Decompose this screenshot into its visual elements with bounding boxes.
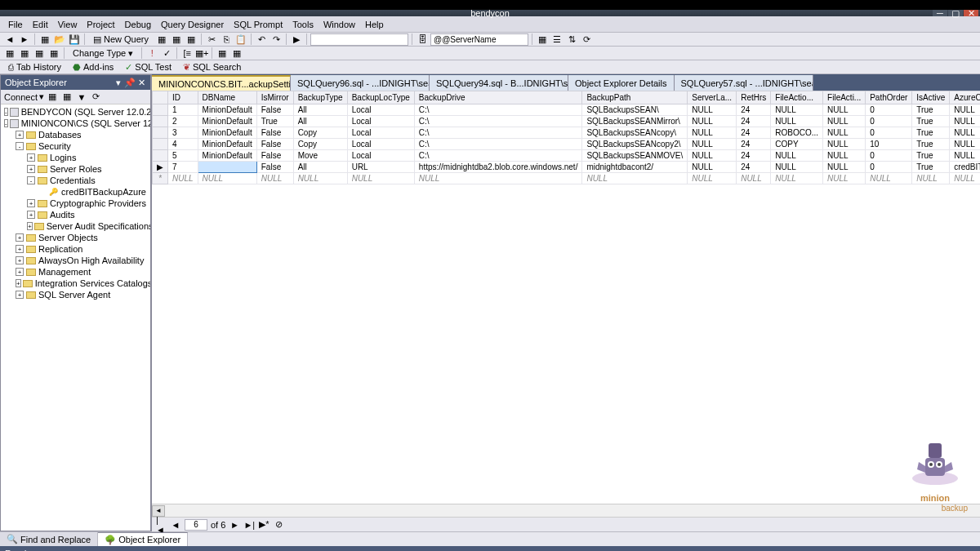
column-header[interactable]: FileActio... — [771, 91, 823, 104]
grid-cell[interactable]: C:\ — [414, 150, 582, 162]
oe-filter-icon[interactable]: ▼ — [75, 91, 88, 103]
column-header[interactable]: IsMirror — [256, 91, 293, 104]
grid-cell[interactable]: Move — [293, 150, 347, 162]
grid-cell[interactable]: 24 — [737, 116, 771, 127]
document-tab[interactable]: SQLQuery96.sql - ...IDNIGHT\sean (55))* — [291, 75, 430, 91]
row-selector[interactable] — [153, 104, 168, 116]
nav-new-icon[interactable]: ▶* — [258, 519, 270, 531]
menu-tools[interactable]: Tools — [287, 18, 318, 31]
tree-node[interactable]: +Server Audit Specifications — [1, 220, 150, 232]
grid-cell[interactable]: All — [293, 116, 347, 127]
grid-cell[interactable]: 24 — [737, 127, 771, 139]
grid-cell[interactable]: 10 — [866, 139, 912, 150]
collapse-icon[interactable]: - — [27, 176, 35, 184]
column-header[interactable]: ServerLa... — [688, 91, 737, 104]
column-header[interactable]: DBName — [198, 91, 256, 104]
cut-icon[interactable]: ✂ — [205, 33, 218, 46]
new-project-icon[interactable]: ▦ — [38, 33, 51, 46]
document-tab[interactable]: MINIONCON\CS.BIT...ackupSettingsPath✕ — [152, 75, 291, 91]
grid-cell[interactable]: 5 — [168, 150, 198, 162]
expand-icon[interactable]: + — [16, 131, 24, 139]
oe-refresh-icon[interactable]: ⟳ — [90, 91, 103, 103]
new-query-button[interactable]: ▤ New Query — [88, 33, 154, 46]
horizontal-scrollbar[interactable]: ◄ ► — [152, 504, 980, 517]
grid-cell[interactable]: 2 — [168, 116, 198, 127]
grid-cell[interactable]: 3 — [168, 127, 198, 139]
grid-cell[interactable]: NULL — [950, 104, 980, 116]
grid-cell[interactable]: 1 — [168, 104, 198, 116]
paste-icon[interactable]: 📋 — [234, 33, 247, 46]
grid-cell[interactable]: 24 — [737, 150, 771, 162]
grid-cell[interactable]: NULL — [293, 173, 347, 184]
tree-node[interactable]: +Integration Services Catalogs — [1, 278, 150, 289]
menu-view[interactable]: View — [53, 18, 82, 31]
db-select-icon[interactable]: 🗄 — [416, 33, 429, 46]
results-grid-container[interactable]: IDDBNameIsMirrorBackupTypeBackupLocTypeB… — [152, 91, 980, 504]
grid-cell[interactable]: credBITBackupAzure — [950, 162, 980, 173]
grid-cell[interactable]: 24 — [737, 162, 771, 173]
menu-sql-prompt[interactable]: SQL Prompt — [229, 18, 287, 31]
bottom-tab-object-explorer[interactable]: 🌳Object Explorer — [98, 532, 188, 546]
grid-cell[interactable]: NULL — [950, 127, 980, 139]
change-type-button[interactable]: Change Type ▾ — [68, 47, 138, 60]
sql-icon[interactable]: ▦ — [3, 47, 16, 60]
tree-node[interactable]: -MINIONCON\CS (SQL Server 12.0.2000 - MI… — [1, 118, 150, 129]
row-selector[interactable] — [153, 150, 168, 162]
grid-cell[interactable]: Local — [347, 139, 414, 150]
sql-search-button[interactable]: ❦ SQL Search — [178, 61, 247, 73]
play-icon[interactable]: ▶ — [290, 33, 303, 46]
grid-cell[interactable]: 0 — [866, 162, 912, 173]
grid-cell[interactable]: https://midnightdba2.blob.core.windows.n… — [414, 162, 582, 173]
grid-cell[interactable]: NULL — [688, 162, 737, 173]
grid-icon[interactable]: ▦ — [536, 33, 549, 46]
menu-edit[interactable]: Edit — [28, 18, 53, 31]
grid-cell[interactable]: NULL — [866, 173, 912, 184]
expand-icon[interactable]: + — [16, 268, 24, 276]
grid-cell[interactable]: 24 — [737, 139, 771, 150]
column-header[interactable]: BackupPath — [582, 91, 688, 104]
grid-cell[interactable]: C:\ — [414, 104, 582, 116]
grid-cell[interactable]: All — [293, 162, 347, 173]
grid-cell[interactable]: NULL — [168, 173, 198, 184]
panel-close-icon[interactable]: ✕ — [136, 78, 146, 87]
column-header[interactable]: RetHrs — [737, 91, 771, 104]
grid-cell[interactable]: C:\ — [414, 127, 582, 139]
table-row[interactable]: ▶7FalseAllURLhttps://midnightdba2.blob.c… — [153, 162, 981, 173]
refresh-icon[interactable]: ⟳ — [580, 33, 593, 46]
grid-cell[interactable]: 0 — [866, 127, 912, 139]
tree-node[interactable]: +Replication — [1, 243, 150, 255]
grid-cell[interactable]: SQLBackupsSEANcopy2\ — [582, 139, 688, 150]
grid-cell[interactable]: True — [912, 150, 950, 162]
save-icon[interactable]: 💾 — [68, 33, 81, 46]
tree-node[interactable]: +SQL Server Agent — [1, 289, 150, 300]
results-icon[interactable]: ▦ — [47, 47, 60, 60]
expand-icon[interactable]: + — [27, 165, 35, 173]
grid-cell[interactable]: NULL — [688, 150, 737, 162]
grid-cell[interactable]: NULL — [950, 173, 980, 184]
results-grid[interactable]: IDDBNameIsMirrorBackupTypeBackupLocTypeB… — [152, 91, 980, 184]
forward-button[interactable]: ► — [18, 33, 31, 46]
execute-icon[interactable]: ! — [145, 47, 158, 60]
collapse-icon[interactable]: - — [4, 119, 8, 127]
grid-cell[interactable]: SQLBackupsSEANcopy\ — [582, 127, 688, 139]
grid-cell[interactable]: True — [256, 116, 293, 127]
tree-node[interactable]: +Audits — [1, 209, 150, 220]
grid-cell[interactable]: NULL — [688, 173, 737, 184]
db3-icon[interactable]: ▦ — [185, 33, 198, 46]
table-row[interactable]: 4MinionDefaultFalseCopyLocalC:\SQLBackup… — [153, 139, 981, 150]
tree-node[interactable]: -BENDYCON (SQL Server 12.0.2000 - MIDNIG… — [1, 106, 150, 118]
grid-cell[interactable]: NULL — [771, 150, 823, 162]
grid-cell[interactable]: NULL — [688, 139, 737, 150]
column-header[interactable]: BackupLocType — [347, 91, 414, 104]
column-header[interactable]: FileActi... — [823, 91, 866, 104]
nav-current-input[interactable] — [185, 519, 207, 531]
grid-cell[interactable]: 0 — [866, 104, 912, 116]
oe-stop-icon[interactable]: ▦ — [60, 91, 74, 103]
expand-icon[interactable]: + — [16, 256, 24, 264]
nav-next-icon[interactable]: ► — [229, 519, 240, 531]
grid-cell[interactable]: NULL — [688, 127, 737, 139]
expand-icon[interactable]: + — [27, 222, 33, 230]
menu-file[interactable]: File — [3, 18, 28, 31]
grid-cell[interactable]: False — [256, 162, 293, 173]
grid-cell[interactable]: ROBOCO... — [771, 127, 823, 139]
